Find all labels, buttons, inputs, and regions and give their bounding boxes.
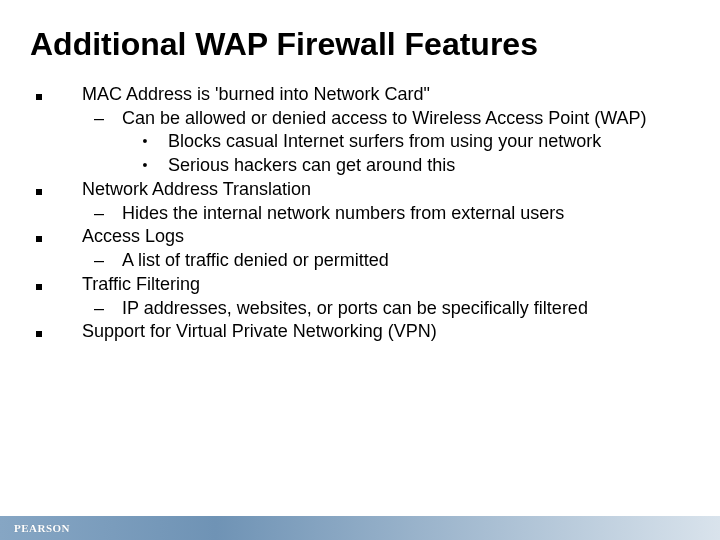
bullet-level-1: Access Logs — [30, 225, 690, 249]
dash-bullet-icon: – — [76, 202, 122, 226]
bullet-text: Access Logs — [82, 225, 690, 249]
dash-bullet-icon: – — [76, 107, 122, 131]
dash-bullet-icon: – — [76, 297, 122, 321]
square-bullet-icon — [30, 320, 82, 344]
bullet-level-2: – IP addresses, websites, or ports can b… — [76, 297, 690, 321]
square-bullet-icon — [30, 273, 82, 297]
bullet-level-2: – A list of traffic denied or permitted — [76, 249, 690, 273]
square-bullet-icon — [30, 83, 82, 107]
bullet-text: A list of traffic denied or permitted — [122, 249, 690, 273]
bullet-level-2: – Can be allowed or denied access to Wir… — [76, 107, 690, 131]
slide-title: Additional WAP Firewall Features — [0, 0, 720, 63]
bullet-text: IP addresses, websites, or ports can be … — [122, 297, 690, 321]
bullet-level-2: – Hides the internal network numbers fro… — [76, 202, 690, 226]
square-bullet-icon — [30, 225, 82, 249]
dash-bullet-icon: – — [76, 249, 122, 273]
slide-body: MAC Address is 'burned into Network Card… — [0, 63, 720, 344]
bullet-text: Network Address Translation — [82, 178, 690, 202]
bullet-text: MAC Address is 'burned into Network Card… — [82, 83, 690, 107]
square-bullet-icon — [30, 178, 82, 202]
footer-bar: PEARSON — [0, 516, 720, 540]
bullet-text: Serious hackers can get around this — [168, 154, 690, 178]
bullet-level-1: MAC Address is 'burned into Network Card… — [30, 83, 690, 107]
bullet-level-1: Network Address Translation — [30, 178, 690, 202]
bullet-level-3: • Blocks casual Internet surfers from us… — [122, 130, 690, 154]
dot-bullet-icon: • — [122, 130, 168, 154]
dot-bullet-icon: • — [122, 154, 168, 178]
bullet-text: Blocks casual Internet surfers from usin… — [168, 130, 690, 154]
pearson-logo: PEARSON — [0, 522, 70, 534]
bullet-level-3: • Serious hackers can get around this — [122, 154, 690, 178]
bullet-text: Support for Virtual Private Networking (… — [82, 320, 690, 344]
slide: Additional WAP Firewall Features MAC Add… — [0, 0, 720, 540]
bullet-text: Traffic Filtering — [82, 273, 690, 297]
bullet-level-1: Traffic Filtering — [30, 273, 690, 297]
bullet-text: Hides the internal network numbers from … — [122, 202, 690, 226]
bullet-level-1: Support for Virtual Private Networking (… — [30, 320, 690, 344]
bullet-text: Can be allowed or denied access to Wirel… — [122, 107, 690, 131]
